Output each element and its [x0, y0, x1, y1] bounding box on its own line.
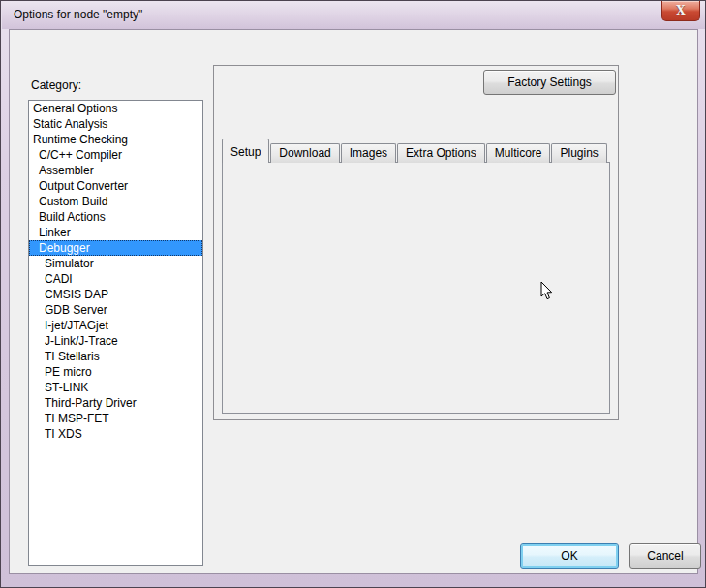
list-item[interactable]: Output Converter	[29, 178, 202, 194]
list-item[interactable]: Simulator	[29, 256, 202, 271]
tab-images[interactable]: Images	[341, 143, 396, 163]
window-title: Options for node "empty"	[14, 8, 142, 21]
list-item[interactable]: TI Stellaris	[29, 349, 202, 364]
list-item[interactable]: General Options	[29, 101, 202, 116]
list-item[interactable]: GDB Server	[29, 302, 202, 318]
dialog-client-area: Category: General Options Static Analysi…	[9, 29, 698, 574]
list-item[interactable]: Assembler	[29, 163, 202, 178]
mouse-cursor-icon	[540, 281, 554, 305]
titlebar[interactable]: Options for node "empty"	[2, 1, 706, 29]
tab-extra-options[interactable]: Extra Options	[397, 143, 485, 163]
list-item[interactable]: Third-Party Driver	[29, 395, 202, 411]
list-item[interactable]: I-jet/JTAGjet	[29, 318, 202, 333]
list-item[interactable]: CMSIS DAP	[29, 287, 202, 302]
list-item[interactable]: PE micro	[29, 364, 202, 380]
list-item[interactable]: TI XDS	[29, 426, 202, 442]
list-item[interactable]: ST-LINK	[29, 380, 202, 395]
tab-plugins[interactable]: Plugins	[551, 143, 606, 163]
list-item[interactable]: C/C++ Compiler	[29, 147, 202, 163]
list-item-selected-debugger[interactable]: Debugger	[29, 240, 202, 256]
category-listbox[interactable]: General Options Static Analysis Runtime …	[28, 100, 203, 566]
tab-setup[interactable]: Setup	[222, 139, 269, 163]
close-icon: X	[676, 5, 685, 16]
list-item[interactable]: Linker	[29, 225, 202, 240]
ok-button[interactable]: OK	[520, 543, 619, 569]
options-dialog-window: Options for node "empty" X Category: Gen…	[0, 0, 706, 588]
list-item[interactable]: TI MSP-FET	[29, 411, 202, 426]
tab-multicore[interactable]: Multicore	[486, 143, 551, 163]
list-item[interactable]: J-Link/J-Trace	[29, 333, 202, 349]
tab-bar: Setup Download Images Extra Options Mult…	[222, 139, 608, 163]
cancel-button[interactable]: Cancel	[629, 543, 701, 569]
list-item[interactable]: Runtime Checking	[29, 132, 202, 147]
list-item[interactable]: Custom Build	[29, 194, 202, 209]
close-button[interactable]: X	[661, 1, 700, 21]
list-item[interactable]: CADI	[29, 271, 202, 287]
category-label: Category:	[31, 78, 81, 92]
factory-settings-button[interactable]: Factory Settings	[483, 70, 616, 95]
tab-download[interactable]: Download	[270, 143, 339, 163]
list-item[interactable]: Build Actions	[29, 209, 202, 225]
list-item[interactable]: Static Analysis	[29, 116, 202, 132]
